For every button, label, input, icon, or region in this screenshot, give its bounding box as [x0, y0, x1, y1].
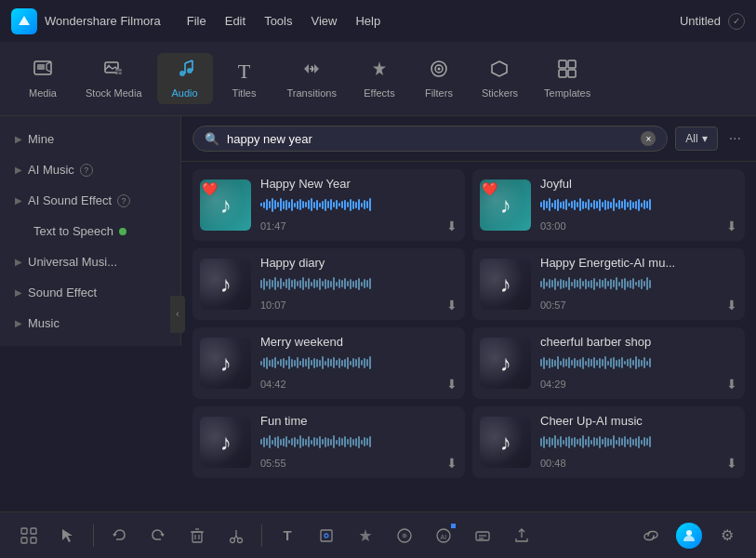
tool-filters[interactable]: Filters: [411, 53, 467, 104]
tool-stock-media[interactable]: Stock Media: [74, 53, 153, 104]
toolbar-separator-2: [261, 525, 262, 547]
bottom-redo-tool[interactable]: [144, 522, 172, 550]
track-card-3[interactable]: ♪ Happy diary 10:07 ⬇: [192, 248, 465, 320]
sidebar-item-ai-sound-effect[interactable]: ▶ AI Sound Effect ?: [0, 185, 180, 216]
stickers-icon: [489, 59, 510, 84]
ai-sound-help-icon[interactable]: ?: [117, 194, 130, 207]
audio-icon: [175, 59, 195, 84]
bottom-cut-tool[interactable]: [222, 522, 250, 550]
bottom-link-tool[interactable]: [637, 522, 665, 550]
track-waveform-3: [260, 273, 458, 294]
track-info-4: Happy Energetic-AI mu... 00:57 ⬇: [540, 256, 737, 312]
track-download-2[interactable]: ⬇: [726, 219, 737, 233]
svg-rect-26: [21, 528, 27, 534]
track-card-6[interactable]: ♪ cheerful barber shop 04:29 ⬇: [472, 327, 745, 399]
tool-titles[interactable]: T Titles: [217, 54, 272, 104]
sound-effect-arrow-icon: ▶: [15, 287, 22, 298]
track-meta-1: 01:47 ⬇: [260, 219, 458, 233]
track-thumb-2: ❤️ ♪: [480, 179, 531, 231]
tool-audio[interactable]: Audio: [157, 53, 213, 104]
menu-edit[interactable]: Edit: [225, 14, 245, 28]
bottom-cursor-tool[interactable]: [54, 522, 82, 550]
bottom-motion-tool[interactable]: [391, 522, 418, 550]
sidebar: ▶ Mine ▶ AI Music ? ▶ AI Sound Effect ? …: [0, 116, 181, 346]
content-area: 🔍 × All ▾ ··· ❤️ ♪ Happy New Year 01:47: [181, 116, 756, 512]
menu-tools[interactable]: Tools: [264, 14, 292, 28]
sidebar-item-text-to-speech[interactable]: Text to Speech: [0, 216, 180, 246]
track-thumb-6: ♪: [480, 338, 531, 389]
svg-rect-27: [31, 528, 36, 534]
track-download-8[interactable]: ⬇: [726, 456, 737, 471]
track-download-3[interactable]: ⬇: [446, 298, 458, 312]
bottom-effect-tool[interactable]: [351, 522, 379, 550]
sidebar-item-music-label: Music: [28, 316, 60, 330]
ai-sound-arrow-icon: ▶: [15, 195, 22, 206]
track-info-3: Happy diary 10:07 ⬇: [260, 256, 458, 312]
sidebar-item-tts-label: Text to Speech: [33, 224, 113, 238]
ai-music-help-icon[interactable]: ?: [80, 164, 93, 177]
sidebar-item-mine[interactable]: ▶ Mine: [0, 124, 180, 154]
bottom-grid-tool[interactable]: [15, 522, 43, 550]
tool-templates[interactable]: Templates: [533, 53, 602, 104]
track-meta-5: 04:42 ⬇: [260, 377, 458, 392]
track-duration-8: 00:48: [540, 458, 566, 469]
stock-media-icon: [103, 59, 124, 84]
track-card-5[interactable]: ♪ Merry weekend 04:42 ⬇: [192, 327, 465, 399]
svg-line-38: [236, 536, 238, 539]
sidebar-item-universal-music[interactable]: ▶ Universal Musi...: [0, 246, 180, 277]
track-card-1[interactable]: ❤️ ♪ Happy New Year 01:47 ⬇: [192, 169, 465, 241]
bottom-settings-tool[interactable]: ⚙: [713, 522, 741, 550]
search-clear-button[interactable]: ×: [641, 131, 656, 146]
sidebar-item-sound-effect[interactable]: ▶ Sound Effect: [0, 277, 180, 308]
music-note-icon: ♪: [500, 430, 511, 456]
track-thumb-4: ♪: [480, 259, 531, 310]
music-note-icon: ♪: [220, 193, 232, 219]
music-note-icon: ♪: [220, 351, 232, 377]
track-card-7[interactable]: ♪ Fun time 05:55 ⬇: [192, 406, 465, 478]
tool-effects[interactable]: Effects: [351, 53, 407, 104]
search-input[interactable]: [227, 132, 633, 146]
svg-rect-2: [37, 64, 45, 70]
track-card-4[interactable]: ♪ Happy Energetic-AI mu... 00:57 ⬇: [472, 248, 745, 320]
track-download-5[interactable]: ⬇: [446, 377, 458, 392]
svg-point-12: [187, 68, 192, 73]
tool-effects-label: Effects: [364, 87, 394, 99]
results-grid: ❤️ ♪ Happy New Year 01:47 ⬇ ❤️ ♪ Joyful …: [181, 162, 756, 512]
templates-icon: [557, 59, 577, 84]
tool-transitions[interactable]: Transitions: [276, 53, 348, 104]
sidebar-item-ai-music[interactable]: ▶ AI Music ?: [0, 154, 180, 185]
sidebar-item-music[interactable]: ▶ Music: [0, 308, 180, 339]
tool-stickers[interactable]: Stickers: [471, 53, 529, 104]
track-meta-8: 00:48 ⬇: [540, 456, 737, 471]
track-download-1[interactable]: ⬇: [446, 219, 458, 233]
bottom-export-tool[interactable]: [508, 522, 536, 550]
track-download-6[interactable]: ⬇: [726, 377, 737, 392]
tts-badge: [119, 228, 126, 235]
track-card-2[interactable]: ❤️ ♪ Joyful 03:00 ⬇: [472, 169, 745, 241]
bottom-delete-tool[interactable]: [183, 522, 211, 550]
sidebar-item-ai-music-label: AI Music: [28, 163, 74, 177]
track-meta-6: 04:29 ⬇: [540, 377, 737, 392]
bottom-crop-tool[interactable]: [312, 522, 340, 550]
svg-rect-30: [192, 532, 202, 542]
bottom-undo-tool[interactable]: [105, 522, 133, 550]
svg-line-3: [46, 62, 50, 64]
menu-file[interactable]: File: [187, 14, 206, 28]
tool-transitions-label: Transitions: [287, 87, 337, 99]
track-download-4[interactable]: ⬇: [726, 298, 737, 312]
title-status-icon: ✓: [728, 13, 745, 30]
music-note-icon: ♪: [220, 430, 232, 456]
bottom-ai-tool[interactable]: AI: [430, 522, 458, 550]
filter-dropdown[interactable]: All ▾: [675, 126, 717, 151]
track-download-7[interactable]: ⬇: [446, 456, 458, 471]
mine-arrow-icon: ▶: [15, 134, 22, 144]
menu-view[interactable]: View: [311, 14, 337, 28]
menu-help[interactable]: Help: [355, 14, 380, 28]
more-options-button[interactable]: ···: [725, 126, 745, 151]
track-card-8[interactable]: ♪ Cheer Up-AI music 00:48 ⬇: [472, 406, 745, 478]
bottom-text-tool[interactable]: T: [273, 522, 301, 550]
bottom-caption-tool[interactable]: [469, 522, 497, 550]
user-avatar[interactable]: [676, 523, 702, 549]
tool-media[interactable]: Media: [15, 53, 71, 104]
sidebar-collapse-button[interactable]: ‹: [170, 296, 185, 333]
